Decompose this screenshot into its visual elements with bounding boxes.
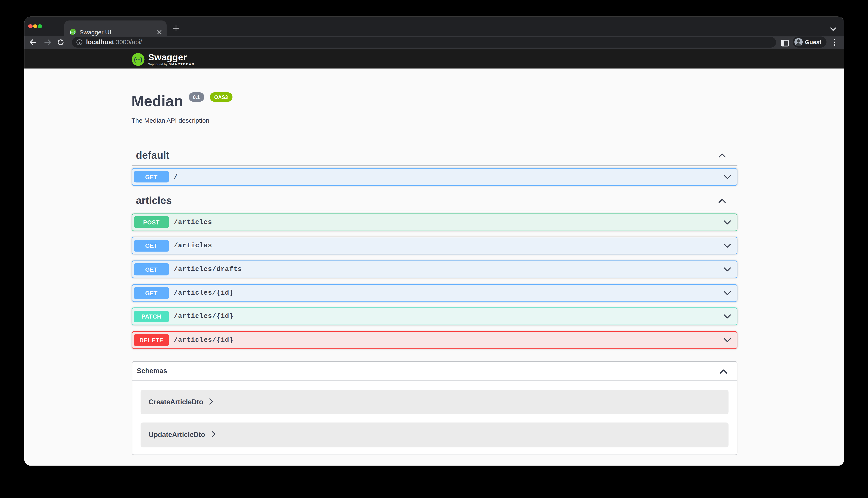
tag-section-articles: articles POST /articles <box>131 192 737 349</box>
api-title: Median <box>131 93 183 109</box>
site-info-icon[interactable] <box>76 39 82 45</box>
operation-row[interactable]: GET /articles <box>131 237 737 254</box>
api-info: Median 0.1 OAS3 <box>131 68 737 109</box>
operation-row[interactable]: GET /articles/{id} <box>131 284 737 302</box>
browser-menu-icon[interactable] <box>832 38 837 47</box>
tab-strip: {⋯} Swagger UI <box>24 17 844 36</box>
tab-close-icon[interactable] <box>155 27 164 36</box>
chevron-right-icon[interactable] <box>211 430 215 440</box>
url-path: :3000/api/ <box>114 39 142 45</box>
tab-swagger-ui[interactable]: {⋯} Swagger UI <box>64 20 167 36</box>
window-minimize-button[interactable] <box>33 24 37 28</box>
method-badge: PATCH <box>134 311 169 323</box>
forward-icon[interactable] <box>44 38 51 46</box>
avatar-icon <box>794 38 802 46</box>
chevron-down-icon[interactable] <box>723 267 731 272</box>
method-badge: GET <box>134 263 169 275</box>
address-bar[interactable]: localhost:3000/api/ <box>72 37 776 48</box>
method-badge: DELETE <box>134 334 169 346</box>
swagger-page: Median 0.1 OAS3 The Median API descripti… <box>24 68 844 466</box>
api-description: The Median API description <box>131 117 737 124</box>
profile-label: Guest <box>805 39 821 45</box>
operation-row[interactable]: GET / <box>131 168 737 186</box>
schemas-header[interactable]: Schemas <box>132 362 737 381</box>
chevron-down-icon[interactable] <box>723 338 731 342</box>
tab-search-chevron-icon[interactable] <box>830 24 837 34</box>
method-badge: GET <box>134 287 169 299</box>
profile-chip[interactable]: Guest <box>793 37 827 48</box>
new-tab-button[interactable] <box>171 23 180 32</box>
schemas-title: Schemas <box>137 367 167 375</box>
reload-icon[interactable] <box>57 38 64 46</box>
swagger-logo-icon: {⋯} <box>131 53 144 66</box>
chevron-up-icon[interactable] <box>719 366 727 376</box>
model-name: UpdateArticleDto <box>149 431 205 439</box>
tag-header-default[interactable]: default <box>131 146 737 166</box>
method-badge: POST <box>134 216 169 228</box>
chevron-up-icon[interactable] <box>718 150 726 161</box>
screen: {⋯} Swagger UI <box>0 0 868 498</box>
tag-title: articles <box>136 195 172 207</box>
url-host: localhost <box>86 39 114 45</box>
tab-title: Swagger UI <box>79 29 111 36</box>
operation-row[interactable]: POST /articles <box>131 213 737 231</box>
url-text: localhost:3000/api/ <box>86 39 142 45</box>
operation-row[interactable]: DELETE /articles/{id} <box>131 331 737 349</box>
tag-header-articles[interactable]: articles <box>131 192 737 211</box>
operation-path: /articles/{id} <box>174 336 233 344</box>
browser-window: {⋯} Swagger UI <box>24 17 844 466</box>
chevron-up-icon[interactable] <box>718 196 726 206</box>
operation-path: /articles/{id} <box>174 313 233 320</box>
chevron-down-icon[interactable] <box>723 314 731 319</box>
window-close-button[interactable] <box>28 24 32 28</box>
model-row-create-article-dto[interactable]: CreateArticleDto <box>140 390 728 414</box>
operation-path: /articles/drafts <box>174 265 242 273</box>
swagger-topbar: {⋯} Swagger Supported by SMARTBEAR <box>24 49 844 68</box>
operation-path: /articles <box>174 218 212 226</box>
swagger-logo-text: Swagger <box>148 52 194 62</box>
smartbear-brand: SMARTBEAR <box>168 63 195 66</box>
tag-title: default <box>136 149 169 161</box>
browser-toolbar: localhost:3000/api/ Guest <box>24 36 844 49</box>
schemas-section: Schemas CreateArticleDto <box>131 361 737 455</box>
side-panel-icon[interactable] <box>781 38 789 49</box>
chevron-down-icon[interactable] <box>723 174 731 179</box>
oas3-badge: OAS3 <box>210 92 232 102</box>
version-badge: 0.1 <box>189 92 204 102</box>
tag-section-default: default GET / <box>131 146 737 185</box>
operation-row[interactable]: PATCH /articles/{id} <box>131 308 737 325</box>
chevron-down-icon[interactable] <box>723 244 731 248</box>
operation-path: / <box>174 173 178 181</box>
operation-row[interactable]: GET /articles/drafts <box>131 261 737 278</box>
back-icon[interactable] <box>29 38 37 46</box>
chevron-down-icon[interactable] <box>723 220 731 224</box>
model-name: CreateArticleDto <box>149 398 203 406</box>
operation-path: /articles <box>174 242 212 250</box>
chevron-down-icon[interactable] <box>723 291 731 295</box>
window-zoom-button[interactable] <box>38 24 42 28</box>
operation-path: /articles/{id} <box>174 289 233 297</box>
swagger-favicon-icon: {⋯} <box>69 29 76 35</box>
method-badge: GET <box>134 240 169 252</box>
swagger-logo[interactable]: {⋯} Swagger Supported by SMARTBEAR <box>131 52 195 66</box>
chevron-right-icon[interactable] <box>209 397 213 407</box>
model-row-update-article-dto[interactable]: UpdateArticleDto <box>140 422 728 447</box>
method-badge: GET <box>134 171 169 183</box>
swagger-tagline: Supported by SMARTBEAR <box>148 63 194 66</box>
